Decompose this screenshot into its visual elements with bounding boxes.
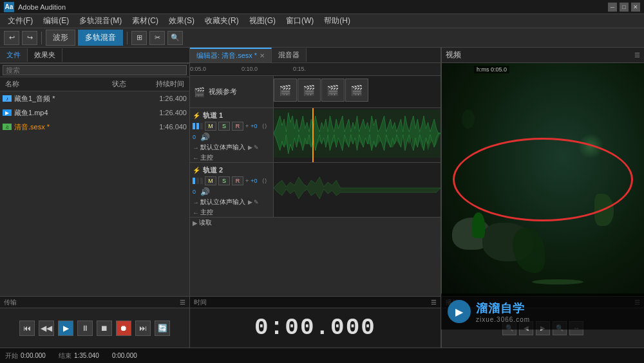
scene-plant1 [472,212,485,238]
menu-clip[interactable]: 素材(C) [127,14,164,28]
editor-tab-mixer[interactable]: 混音器 [272,48,307,62]
transport-pause[interactable]: ⏸ [77,321,93,336]
vol-val-1: +0 [251,123,257,129]
menu-window[interactable]: 窗口(W) [281,14,319,28]
file-item-0[interactable]: ♪ 藏鱼1_音频 * 1:26.400 [0,91,189,106]
status-end-val: 1:35.040 [74,352,99,359]
toolbar-magnet[interactable]: ⊞ [131,31,147,45]
track-name-1: ⚡ 轨道 1 [193,111,270,120]
ruler-time-1: 0:10.0 [242,66,258,72]
scene-creature [594,194,614,226]
video-display: h:ms 0:05.0 [442,63,644,296]
app-title: Adobe Audition [18,3,66,11]
toolbar-btn-2[interactable]: ↪ [22,31,37,45]
timecode-display: 0:00.000 [190,308,440,348]
output-name-1: 主控 [200,153,213,162]
status-start-val: 0:00.000 [21,352,46,359]
status-end-label: 结束 [59,351,71,360]
status-timecode: 0:00.000 [112,352,137,359]
menu-multitrack[interactable]: 多轨混音(M) [74,14,127,28]
left-tab-files[interactable]: 文件 [0,48,28,62]
input-edit-2[interactable]: ✎ [254,199,259,205]
transport-record[interactable]: ⏺ [116,321,131,336]
transport-loop[interactable]: 🔄 [155,321,170,336]
transport-header: 传输 ☰ [0,297,189,308]
output-arrow-2: ← [193,209,199,216]
transport-prev[interactable]: ◀◀ [39,321,54,336]
transport-play[interactable]: ▶ [58,321,73,336]
scene-light [578,133,603,159]
timecode-options[interactable]: ☰ [431,299,437,306]
film-cell-0: 🎬 [274,79,297,102]
solo-btn-1[interactable]: S [218,122,230,131]
toolbar-cut[interactable]: ✂ [149,31,165,45]
transport-options[interactable]: ☰ [180,299,185,306]
meter-3 [200,123,203,129]
mute-btn-2[interactable]: M [205,176,216,185]
transport-rewind-start[interactable]: ⏮ [19,321,35,336]
editor-tab-session-close[interactable]: ✕ [260,52,265,59]
menu-help[interactable]: 帮助(H) [319,14,355,28]
search-input[interactable] [3,65,187,75]
ruler-time-0: 0:05.0 [190,66,206,72]
file-item-2[interactable]: ♫ 清音.sesx * 1:46.040 [0,120,189,134]
record-btn-1[interactable]: R [232,122,243,131]
track-name-2: ⚡ 轨道 2 [193,165,270,175]
file-name-2: 清音.sesx * [14,122,109,132]
video-panel-options[interactable]: ☰ [634,51,640,59]
maximize-button[interactable]: □ [620,3,629,12]
input-arrow-2: → [193,199,199,206]
record-btn-2[interactable]: R [232,176,243,185]
left-tab-effects[interactable]: 效果夹 [28,48,62,62]
meter-1 [193,123,195,129]
file-item-1[interactable]: ▶ 藏鱼1.mp4 1:26.400 [0,106,189,120]
video-ref-track: 🎬 视频参考 🎬 🎬 🎬 🎬 [190,76,440,108]
toolbar: ↩ ↪ 波形 多轨混音 ⊞ ✂ 🔍 [0,28,644,48]
track-icon-1: ⚡ [193,112,200,119]
vol-meter-2 [193,178,203,184]
output-icon-2: 🔊 [200,187,210,196]
input-edit-1[interactable]: ✎ [254,144,259,151]
meter-4 [193,178,195,184]
app-logo: Aa [4,2,14,12]
menu-favorites[interactable]: 收藏夹(R) [200,14,244,28]
menu-view[interactable]: 视图(G) [244,14,281,28]
toolbar-btn-1[interactable]: ↩ [4,31,19,45]
solo-btn-2[interactable]: S [218,176,230,185]
menu-edit[interactable]: 编辑(E) [38,14,74,28]
editor-tab-session[interactable]: 编辑器: 清音.sesx * ✕ [190,48,272,62]
menu-file[interactable]: 文件(F) [3,14,38,28]
center-area: 编辑器: 清音.sesx * ✕ 混音器 0:05.0 0:10.0 0:15.… [190,48,441,296]
close-button[interactable]: ✕ [631,3,640,12]
track-controls-1: M S R + +0 ⟨⟩ 0 🔊 [193,122,270,142]
timecode-label: 时间 [194,298,207,307]
tracks-area: 🎬 视频参考 🎬 🎬 🎬 🎬 ⚡ 轨道 1 [190,76,440,296]
mode-name-2: 读取 [199,218,212,227]
meter-6 [200,178,203,184]
video-placeholder [442,63,644,296]
menu-effects[interactable]: 效果(S) [164,14,200,28]
transport-stop[interactable]: ⏹ [97,321,112,336]
track-content-2 [274,163,440,217]
timecode-value: 0:00.000 [254,315,376,341]
transport-forward-end[interactable]: ⏭ [135,321,151,336]
mute-btn-1[interactable]: M [205,122,216,131]
minimize-button[interactable]: ─ [608,3,617,12]
input-expand-1[interactable]: ▶ [248,144,252,151]
video-ref-header: 🎬 视频参考 [190,76,274,107]
input-expand-2[interactable]: ▶ [248,199,252,205]
ruler-time-2: 0:15. [293,66,306,72]
track-output-row-1: ← 主控 [193,153,270,162]
watermark-text: 溜溜自学 zixue.3066.com [476,301,530,323]
tab-waveform[interactable]: 波形 [46,30,75,46]
video-panel: 视频 ☰ h:ms 0:05.0 [441,48,644,296]
menu-bar: 文件(F) 编辑(E) 多轨混音(M) 素材(C) 效果(S) 收藏夹(R) 视… [0,14,644,28]
watermark: ▶ 溜溜自学 zixue.3066.com [441,293,644,330]
film-cell-1: 🎬 [298,79,321,102]
toolbar-zoom[interactable]: 🔍 [167,31,183,45]
timecode-section: 时间 ☰ 0:00.000 [190,297,441,348]
tab-multitrack[interactable]: 多轨混音 [78,30,123,46]
left-panel: 文件 效果夹 名称 状态 持续时间 ♪ 藏鱼1_音频 * 1:26.400 ▶ … [0,48,190,296]
track-mode-row-2: ▶ 读取 [193,218,270,227]
waveform-svg-2 [274,164,440,212]
